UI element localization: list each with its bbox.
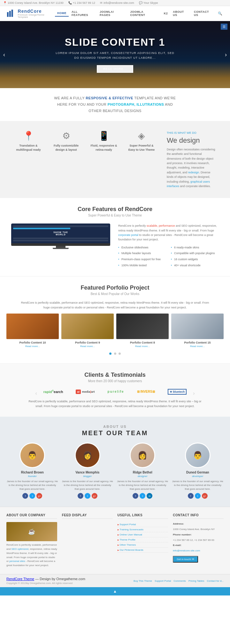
- link-support: Support Portal: [118, 522, 168, 527]
- team-member-vance: 👩 Vance Memphis blogger James is the fou…: [62, 443, 114, 499]
- menu-toggle-icon[interactable]: ☰: [221, 24, 227, 30]
- team-member-duned: 👨 Duned German developer James is the fo…: [172, 443, 224, 499]
- gui-link[interactable]: graphical users interfaces: [167, 180, 210, 188]
- nav-home[interactable]: HOME: [55, 10, 69, 17]
- testimonials-subtitle: More then 20 000 of happy customers: [6, 379, 224, 383]
- core-features-subtitle: Super Powerful & Easy to Use Theme: [10, 214, 220, 217]
- profile-link[interactable]: Theme Profile: [118, 538, 135, 541]
- social-icons-richard: f t g+: [6, 493, 58, 499]
- client-logos-row: ‹ rapidSearch a! media|art purelife ⊞ IN…: [6, 388, 224, 399]
- redesign-link[interactable]: redesign: [188, 171, 199, 174]
- team-member-ridge: 👩 Ridge Bethel designer James is the fou…: [117, 443, 169, 499]
- skype-icon: 💬: [139, 1, 142, 4]
- widget-about-title: About Our Company: [6, 513, 57, 519]
- hero-cta-button[interactable]: READ MORE...: [97, 65, 133, 73]
- team-section: ABOUT US MEET OUR TEAM 👨 Richard Brown f…: [0, 417, 230, 507]
- avatar-image-ridge: 👩: [131, 443, 154, 467]
- facebook-icon-vance[interactable]: f: [78, 493, 83, 499]
- design-body: Design often necessitates considering th…: [167, 147, 216, 189]
- nav-joomla-content[interactable]: JOOMLA CONTENT: [128, 9, 161, 18]
- social-icons-duned: f t g+: [172, 493, 224, 499]
- feature-responsive: 📱 Fluid, responsive &retina-ready: [85, 127, 123, 192]
- testi-prev-button[interactable]: ‹: [34, 390, 38, 396]
- contact-address-label: Address:: [173, 522, 224, 526]
- client-logo-purelife: purelife: [104, 388, 127, 395]
- other-themes-link[interactable]: Other Themes: [118, 543, 136, 546]
- footer-brand: RendCore Theme — Design by Omegatheme.co…: [6, 577, 85, 585]
- footer-pricing-link[interactable]: Pricing Tables: [188, 580, 204, 582]
- tagline-section: WE ARE A FULLY RESPOSIVE & EFFECTIVE TEM…: [0, 88, 230, 121]
- team-grid: 👨 Richard Brown founder James is the fou…: [6, 443, 224, 499]
- hero-content: SLIDE CONTENT 1 LOREM IPSUM DOLOR SIT AM…: [54, 36, 176, 73]
- pinterest-link[interactable]: Our Pinterest Boards: [118, 549, 143, 551]
- contact-address: 1000 Coney Island Ave. Brooklyn NY: [173, 527, 224, 532]
- member-name-duned: Duned German: [172, 471, 224, 474]
- get-in-touch-button[interactable]: Get in touch! ✉: [173, 556, 198, 563]
- social-icons-vance: f t g+: [62, 493, 114, 499]
- design-heading: We design: [167, 136, 216, 145]
- link-training: Training Screencasts: [118, 527, 168, 532]
- portfolio-item-1: Porfolio Content 10 Read more...: [6, 314, 59, 348]
- core-features-title-block: Core Features of RendCore Super Powerful…: [10, 206, 220, 217]
- portfolio-link-1[interactable]: Read more...: [6, 345, 59, 348]
- portfolio-link-3[interactable]: Read more...: [116, 345, 169, 348]
- nav-about[interactable]: ABOUT US: [171, 9, 191, 18]
- feature-item-1: Exclusive slideshows: [118, 245, 168, 251]
- facebook-icon-ridge[interactable]: f: [133, 493, 138, 499]
- portfolio-image-1: [6, 314, 59, 339]
- member-name-vance: Vance Memphis: [62, 471, 114, 474]
- twitter-icon-vance[interactable]: t: [85, 493, 90, 499]
- gear-feature-icon: ⚙: [50, 131, 82, 141]
- dot-3[interactable]: [119, 352, 121, 355]
- seo-link[interactable]: SEO optimized: [12, 548, 28, 550]
- slider-next-button[interactable]: ›: [223, 50, 228, 60]
- support-portal-link[interactable]: Support Portal: [118, 523, 136, 526]
- googleplus-icon-vance[interactable]: g+: [92, 493, 97, 499]
- phone-icon: 📞: [68, 1, 72, 4]
- nav-contact[interactable]: CONTACT US: [192, 9, 216, 18]
- feature-powerful-title: Super Powerful &Easy to Use Theme: [125, 144, 158, 152]
- rendcore-theme-link[interactable]: RendCore Theme: [6, 577, 34, 581]
- personal-link[interactable]: personal sites: [9, 560, 25, 563]
- contact-email-link[interactable]: info@rendcore-site.com: [173, 549, 200, 552]
- manual-link[interactable]: Online User Manual: [118, 533, 142, 536]
- member-bio-duned: James is the founder of our small agency…: [172, 480, 224, 491]
- footer-buy-link[interactable]: Buy This Theme: [134, 580, 152, 582]
- googleplus-icon-richard[interactable]: g+: [36, 493, 42, 499]
- slider-prev-button[interactable]: ‹: [2, 50, 7, 60]
- linkedin-icon-ridge[interactable]: in: [147, 493, 152, 499]
- training-link[interactable]: Training Screencasts: [118, 528, 144, 531]
- nav-joomla-pages[interactable]: JOOMLA! PAGES: [97, 9, 127, 18]
- facebook-icon-richard[interactable]: f: [22, 493, 28, 499]
- screen-row: [13, 225, 108, 227]
- logo-icon: [6, 9, 15, 18]
- footer-bottom: RendCore Theme — Design by Omegatheme.co…: [0, 574, 230, 587]
- footer-comments-link[interactable]: Comments: [173, 580, 186, 582]
- member-name-ridge: Ridge Bethel: [117, 471, 169, 474]
- link-themes: Other Themes: [118, 542, 168, 548]
- testi-next-button[interactable]: ›: [191, 390, 196, 396]
- dot-1[interactable]: [109, 352, 111, 355]
- tablet-feature-icon: 📱: [88, 131, 120, 141]
- nav-k2[interactable]: K2: [162, 11, 170, 16]
- widget-feed-title: Feed Display: [62, 513, 113, 519]
- search-icon[interactable]: 🔍: [217, 10, 224, 17]
- footer-support-link[interactable]: Support Portal: [155, 580, 171, 582]
- nav-all-features[interactable]: ALL FEATURES: [69, 9, 97, 18]
- screen-row3: [13, 240, 108, 241]
- copyright-text: Copyright © 2013by Omegatheme.com. All r…: [6, 582, 73, 585]
- twitter-icon-richard[interactable]: t: [29, 493, 35, 499]
- footer-contact-d-link[interactable]: Contact for d...: [207, 580, 224, 582]
- portfolio-link-2[interactable]: Read more...: [61, 345, 114, 348]
- twitter-icon-ridge[interactable]: t: [140, 493, 145, 499]
- header: RendCore Premium OmegaTheme Template HOM…: [0, 6, 230, 21]
- facebook-icon-duned[interactable]: f: [188, 493, 194, 499]
- logo[interactable]: RendCore Premium OmegaTheme Template: [6, 9, 55, 18]
- portfolio-description: RendCore is perfectly scalable, performa…: [19, 300, 211, 310]
- scroll-top-button[interactable]: ▲: [0, 587, 230, 595]
- dot-2[interactable]: [114, 352, 116, 355]
- avatar-richard: 👨: [19, 443, 45, 468]
- twitter-icon-duned[interactable]: t: [195, 493, 201, 499]
- portfolio-link-4[interactable]: Read more...: [171, 345, 224, 348]
- googleplus-icon-duned[interactable]: g+: [202, 493, 208, 499]
